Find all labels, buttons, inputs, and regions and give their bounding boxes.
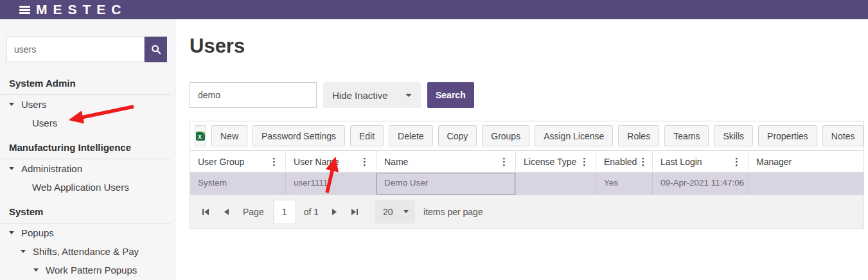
page-label: Page <box>243 207 264 217</box>
sidebar-item-label: Work Pattern Popups <box>46 265 137 276</box>
next-page-button[interactable] <box>326 204 342 220</box>
column-menu-icon[interactable]: ⋮ <box>578 156 590 168</box>
new-button[interactable]: New <box>211 125 247 146</box>
app-header: MESTEC <box>0 0 868 19</box>
column-menu-icon[interactable]: ⋮ <box>498 156 510 168</box>
sidebar-item-work-pattern-popups[interactable]: Work Pattern Popups <box>0 261 175 279</box>
chevron-down-icon <box>403 210 409 213</box>
user-search-input[interactable] <box>190 82 317 108</box>
sidebar-item-web-application-users[interactable]: Web Application Users <box>0 178 175 197</box>
roles-button[interactable]: Roles <box>618 125 659 146</box>
grid-body: Systemuser1111Demo UserYes09-Apr-2021 11… <box>190 173 864 195</box>
sidebar-search <box>0 19 175 62</box>
sidebar-item-label: Users <box>32 118 57 128</box>
sidebar-item-label: Administration <box>21 163 82 174</box>
hide-inactive-dropdown[interactable]: Hide Inactive <box>323 82 421 108</box>
edit-button[interactable]: Edit <box>350 125 384 146</box>
sidebar-item-popups[interactable]: Popups <box>0 223 175 242</box>
sidebar-item-shifts-attendance-pay[interactable]: Shifts, Attendance & Pay <box>0 242 175 261</box>
column-header-enabled[interactable]: Enabled⋮ <box>596 151 653 172</box>
column-title: Name <box>384 157 408 167</box>
sidebar-item-administration[interactable]: Administration <box>0 159 175 178</box>
export-excel-button[interactable]: x <box>195 125 206 146</box>
sidebar-section-system-admin: System Admin <box>0 68 171 95</box>
caret-down-icon[interactable] <box>21 250 26 253</box>
svg-text:x: x <box>198 133 202 140</box>
main-content: Users Hide Inactive Search x NewPassword <box>176 19 868 280</box>
column-menu-icon[interactable]: ⋮ <box>731 156 743 168</box>
page: MESTEC System AdminUsersUsersManufacturi… <box>0 0 868 280</box>
first-page-button[interactable] <box>198 204 213 220</box>
page-title: Users <box>190 35 868 58</box>
sidebar-search-input[interactable] <box>6 37 145 62</box>
column-header-last-login[interactable]: Last Login⋮ <box>653 151 748 172</box>
teams-button[interactable]: Teams <box>664 125 709 146</box>
filter-row: Hide Inactive Search <box>190 82 868 108</box>
table-row[interactable]: Systemuser1111Demo UserYes09-Apr-2021 11… <box>190 173 864 195</box>
chevron-down-icon <box>405 94 412 97</box>
cell-last-login[interactable]: 09-Apr-2021 11:47:06 <box>653 173 748 195</box>
users-grid: x NewPassword SettingsEditDeleteCopyGrou… <box>190 121 864 229</box>
sidebar-item-label: Popups <box>21 227 54 238</box>
caret-down-icon[interactable] <box>9 231 14 234</box>
hamburger-menu-icon[interactable] <box>19 6 30 14</box>
grid-header-row: User Group⋮User Name⋮Name⋮License Type⋮E… <box>190 151 864 173</box>
column-menu-icon[interactable]: ⋮ <box>268 156 280 168</box>
cell-name[interactable]: Demo User <box>376 173 516 195</box>
column-title: Enabled <box>604 157 637 167</box>
sidebar-item-users[interactable]: Users <box>0 114 175 132</box>
excel-export-icon: x <box>195 130 206 141</box>
password-settings-button[interactable]: Password Settings <box>252 125 345 146</box>
cell-manager[interactable] <box>748 173 864 195</box>
page-size-dropdown[interactable]: 20 <box>375 200 415 223</box>
page-size-value: 20 <box>383 207 393 217</box>
search-button[interactable]: Search <box>427 82 474 108</box>
properties-button[interactable]: Properties <box>758 125 817 146</box>
grid-toolbar: x NewPassword SettingsEditDeleteCopyGrou… <box>190 121 864 151</box>
column-title: Manager <box>756 157 792 167</box>
sidebar-section-system: System <box>0 197 171 223</box>
dropdown-value: Hide Inactive <box>332 90 388 101</box>
cell-enabled[interactable]: Yes <box>596 173 653 195</box>
sidebar: System AdminUsersUsersManufacturing Inte… <box>0 19 175 280</box>
search-icon <box>151 44 161 55</box>
sidebar-item-users[interactable]: Users <box>0 95 175 114</box>
caret-down-icon[interactable] <box>9 103 14 106</box>
delete-button[interactable]: Delete <box>389 125 432 146</box>
column-header-user-group[interactable]: User Group⋮ <box>190 151 286 172</box>
sidebar-section-manufacturing-intelligence: Manufacturing Intelligence <box>0 132 171 159</box>
groups-button[interactable]: Groups <box>482 125 529 146</box>
caret-down-icon[interactable] <box>9 167 14 170</box>
cell-user-name[interactable]: user1111 <box>286 173 376 195</box>
copy-button[interactable]: Copy <box>438 125 477 146</box>
column-menu-icon[interactable]: ⋮ <box>359 156 371 168</box>
app-logo: MESTEC <box>36 0 127 19</box>
column-title: User Name <box>294 157 339 167</box>
items-per-page-label: items per page <box>423 207 483 217</box>
sidebar-tree: System AdminUsersUsersManufacturing Inte… <box>0 68 175 280</box>
sidebar-item-label: Users <box>21 99 46 110</box>
column-header-name[interactable]: Name⋮ <box>376 151 516 172</box>
sidebar-item-label: Shifts, Attendance & Pay <box>33 246 139 257</box>
column-header-license-type[interactable]: License Type⋮ <box>516 151 596 172</box>
caret-down-icon[interactable] <box>33 268 39 272</box>
column-menu-icon[interactable]: ⋮ <box>637 156 649 168</box>
pager: Page of 1 20 items per page <box>190 195 864 228</box>
page-number-input[interactable] <box>273 200 296 224</box>
notes-button[interactable]: Notes <box>822 125 864 146</box>
column-title: Last Login <box>660 157 702 167</box>
previous-page-button[interactable] <box>218 204 234 220</box>
skills-button[interactable]: Skills <box>714 125 753 146</box>
sidebar-item-label: Web Application Users <box>32 182 129 193</box>
cell-license-type[interactable] <box>516 173 596 195</box>
page-count-label: of 1 <box>304 207 319 217</box>
column-header-user-name[interactable]: User Name⋮ <box>286 151 376 172</box>
assign-license-button[interactable]: Assign License <box>535 125 613 146</box>
sidebar-search-button[interactable] <box>145 37 167 62</box>
column-header-manager[interactable]: Manager <box>748 151 864 172</box>
column-title: License Type <box>524 157 576 167</box>
cell-user-group[interactable]: System <box>190 173 286 195</box>
last-page-button[interactable] <box>347 204 362 220</box>
column-title: User Group <box>198 157 244 167</box>
